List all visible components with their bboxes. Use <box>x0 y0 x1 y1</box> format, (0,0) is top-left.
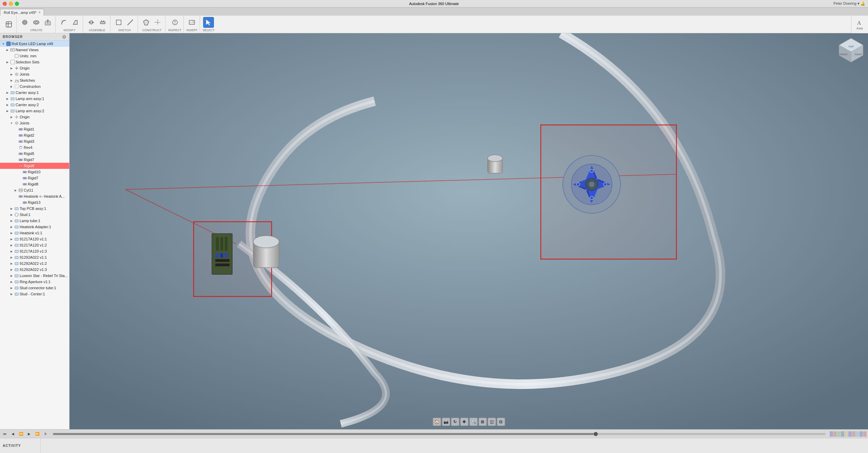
91217a120-3[interactable]: ▶ 91217A120 v1:3 <box>0 248 69 254</box>
create-sphere-btn[interactable] <box>19 17 30 28</box>
activity-label: ACTIVITY <box>3 444 21 448</box>
insert-image-btn[interactable] <box>186 17 197 28</box>
vp-pan-btn[interactable]: ✥ <box>460 418 468 426</box>
active-tab[interactable]: Roll Eye...amp v49* × <box>0 9 44 16</box>
luxeon-star[interactable]: ▶ Luxeon Star - Rebel Tri Sta... <box>0 273 69 279</box>
rigid7-a[interactable]: ▶ Rigid7 <box>0 157 69 163</box>
ring-aperture[interactable]: ▶ Ring Aperture v1:1 <box>0 279 69 285</box>
svg-rect-72 <box>19 196 21 197</box>
rev4[interactable]: ▶ Rev4 <box>0 144 69 151</box>
minimize-button[interactable] <box>9 2 13 6</box>
font-button[interactable]: A Font <box>851 16 868 33</box>
rigid8-label: Rigid8 <box>24 164 34 168</box>
svg-rect-58 <box>19 159 21 161</box>
timeline-item[interactable] <box>845 431 848 437</box>
heatsink-v1-1[interactable]: ▶ Heatsink v1:1 <box>0 230 69 236</box>
timeline-scrubber[interactable] <box>594 432 598 436</box>
timeline-item[interactable] <box>841 431 844 437</box>
model-icon-btn[interactable] <box>3 19 14 30</box>
vp-display-btn[interactable]: ◫ <box>488 418 496 426</box>
construction-item[interactable]: ▶ Construction <box>0 83 69 90</box>
timeline-prev-btn[interactable]: ◀ <box>9 431 16 437</box>
joints-item-1[interactable]: ▶ Joints <box>0 71 69 77</box>
rigid8-b[interactable]: ▶ Rigid8 <box>0 181 69 187</box>
vp-home-btn[interactable]: 🏠 <box>433 418 441 426</box>
vp-fit-btn[interactable]: ⊞ <box>478 418 487 426</box>
tab-close-button[interactable]: × <box>39 11 41 14</box>
rigid2[interactable]: ▶ Rigid2 <box>0 132 69 138</box>
rigid13[interactable]: ▶ Rigid13 <box>0 199 69 205</box>
origin-item-1[interactable]: ▶ Origin <box>0 65 69 71</box>
named-views-item[interactable]: ▶ Named Views <box>0 47 69 53</box>
timeline-item[interactable] <box>833 431 837 437</box>
carrier-assy-2[interactable]: ▶ Carrier assy:2 <box>0 102 69 108</box>
lamp-arm-assy-1[interactable]: ▶ Lamp arm assy:1 <box>0 96 69 102</box>
rigid8-selected[interactable]: ▶ Rigid8 <box>0 163 69 169</box>
vp-zoom-btn[interactable]: 🔍 <box>469 418 477 426</box>
cyl11[interactable]: ▶ Cyl11 <box>0 187 69 193</box>
timeline-track[interactable] <box>53 433 826 435</box>
timeline-item[interactable] <box>856 431 859 437</box>
rigid10[interactable]: ▶ Rigid10 <box>0 169 69 175</box>
vp-grid-btn[interactable]: ⊟ <box>497 418 505 426</box>
create-torus-btn[interactable] <box>31 17 42 28</box>
timeline-play-btn[interactable]: ▶ <box>26 431 33 437</box>
stud-center[interactable]: ▶ Stud - Center:1 <box>0 291 69 297</box>
modify-chamfer-btn[interactable] <box>70 17 81 28</box>
joints-expanded[interactable]: ▼ Joints <box>0 120 69 126</box>
svg-text:TOP: TOP <box>848 45 854 48</box>
modify-fillet-btn[interactable] <box>58 17 69 28</box>
heatsink-item[interactable]: ▶ Heatsink <- Heatsink A... <box>0 193 69 199</box>
selection-sets-item[interactable]: ▶ Selection Sets <box>0 59 69 65</box>
timeline-item[interactable] <box>848 431 852 437</box>
root-toggle[interactable]: ▼ <box>1 42 5 46</box>
lamp-arm-assy-2[interactable]: ▶ Lamp arm assy:2 <box>0 108 69 114</box>
carrier-assy-1[interactable]: ▶ Carrier assy:1 <box>0 90 69 96</box>
window-controls[interactable] <box>3 2 19 6</box>
91292a022-1[interactable]: ▶ 91292A022 v1:1 <box>0 254 69 260</box>
stud-connector[interactable]: ▶ Stud connector tube:1 <box>0 285 69 291</box>
timeline-rewind-btn[interactable]: ⏮ <box>1 431 8 437</box>
vp-orbit-btn[interactable]: ↻ <box>451 418 459 426</box>
timeline-fwd-btn[interactable]: ⏩ <box>34 431 41 437</box>
timeline-item[interactable] <box>860 431 863 437</box>
timeline-back-step-btn[interactable]: ⏪ <box>18 431 24 437</box>
rigid5[interactable]: ▶ Rigid5 <box>0 151 69 157</box>
lamp-tube-1[interactable]: ▶ Lamp tube:1 <box>0 218 69 224</box>
maximize-button[interactable] <box>15 2 19 6</box>
91292a022-3[interactable]: ▶ 91292A022 v1:3 <box>0 267 69 273</box>
svg-rect-67 <box>25 183 26 185</box>
timeline-item[interactable] <box>863 431 867 437</box>
sketch-line-btn[interactable] <box>125 17 136 28</box>
toolbar-select-section: SELECT <box>201 16 217 33</box>
vp-camera-btn[interactable]: 📷 <box>442 418 450 426</box>
91217a120-2[interactable]: ▶ 91217A120 v1:2 <box>0 242 69 248</box>
browser-settings-icon[interactable]: ⚙ <box>62 34 66 40</box>
top-pcb-assy[interactable]: ▶ Top PCB assy:1 <box>0 205 69 212</box>
stud-1[interactable]: ▶ Stud:1 <box>0 212 69 218</box>
timeline-item[interactable] <box>852 431 855 437</box>
timeline-item[interactable] <box>830 431 833 437</box>
assemble-rigid-btn[interactable] <box>97 17 108 28</box>
select-arrow-btn[interactable] <box>203 17 214 28</box>
inspect-measure-btn[interactable] <box>170 17 180 28</box>
assemble-joint-btn[interactable] <box>86 17 97 28</box>
origin-sub[interactable]: ▶ Origin <box>0 114 69 120</box>
91292a022-2[interactable]: ▶ 91292A022 v1:2 <box>0 260 69 267</box>
close-button[interactable] <box>3 2 7 6</box>
timeline-pause-btn[interactable]: ⏸ <box>42 431 49 437</box>
browser-root-item[interactable]: ▼ Roll Eyes LED Lamp v49 <box>0 41 69 47</box>
91217a120-1[interactable]: ▶ 91217A120 v1:1 <box>0 236 69 242</box>
create-extrude-btn[interactable] <box>42 17 53 28</box>
construct-plane-btn[interactable] <box>141 17 152 28</box>
rigid1[interactable]: ▶ Rigid1 <box>0 126 69 132</box>
construct-axis-btn[interactable] <box>152 17 163 28</box>
sketch-rect-btn[interactable] <box>113 17 124 28</box>
sketches-item[interactable]: ▶ Sketches <box>0 77 69 83</box>
heatsink-adapter-1[interactable]: ▶ Heatsink Adapter:1 <box>0 224 69 230</box>
viewcube[interactable]: TOP RIGHT FRONT <box>837 37 865 64</box>
rigid3[interactable]: ▶ Rigid3 <box>0 138 69 144</box>
rigid7-b[interactable]: ▶ Rigid7 <box>0 175 69 181</box>
viewport[interactable]: TOP RIGHT FRONT 🏠 📷 ↻ ✥ 🔍 ⊞ ◫ ⊟ <box>70 33 868 429</box>
timeline-item[interactable] <box>837 431 841 437</box>
